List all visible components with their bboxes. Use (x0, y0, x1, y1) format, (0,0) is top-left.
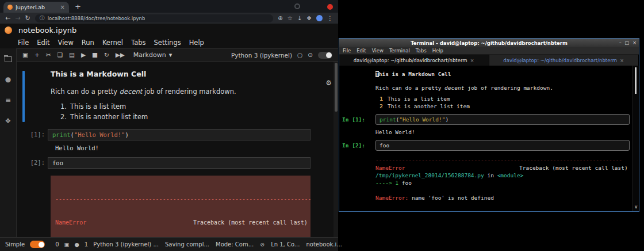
terminal-tabbar: david@laptop: ~/github/davidbrochart/nbt… (339, 55, 639, 66)
list-item: 1.This is a list item (51, 101, 310, 112)
status-line-col[interactable]: Ln 1, Co... (271, 241, 300, 248)
nbterm-list-item: 1This is a list item (375, 95, 630, 102)
run-cell-icon[interactable]: ▶ (81, 52, 86, 58)
term-menu-help[interactable]: Help (432, 48, 443, 54)
running-sessions-icon[interactable]: ● (5, 76, 11, 83)
nbterm-list-item: 2This is another list item (375, 102, 630, 110)
tab-close-icon[interactable]: × (60, 5, 65, 10)
save-icon[interactable]: ▣ (22, 52, 28, 58)
terminal-menubar: File Edit View Terminal Tabs Help (339, 47, 639, 55)
extension-manager-icon[interactable]: ❖ (5, 117, 12, 124)
notebook-panel: ▣ + ✂ ❏ ▤ ▶ ■ ↻ ▶▶ Markdown ▾ (16, 48, 338, 237)
terminal-tab-inactive[interactable]: david@laptop: ~/github/davidbrochart/nbt… (489, 55, 639, 66)
nbterm-code-cell-1: In [1]: print("Hello World!") (342, 114, 630, 125)
menu-settings[interactable]: Settings (150, 39, 185, 47)
menu-view[interactable]: View (54, 39, 78, 47)
status-bar: Simple 0 ▣ ● 1 Python 3 (ipykernel) ... … (0, 237, 338, 251)
error-name: NameError (375, 164, 519, 172)
scroll-down-icon[interactable]: v (635, 203, 638, 211)
markdown-paragraph: Rich can do a pretty decent job of rende… (51, 88, 310, 96)
browser-menu-icon[interactable]: ⋮ (327, 16, 333, 21)
offline-icon: ⊘ (260, 241, 264, 248)
terminals-count[interactable]: 0 (55, 241, 59, 248)
term-menu-view[interactable]: View (372, 48, 384, 54)
browser-tab-jupyterlab[interactable]: JupyterLab × (3, 2, 69, 13)
status-right-group: Python 3 (ipykernel) ... Saving compl...… (93, 241, 342, 248)
terminal-scrollbar[interactable]: v (632, 66, 639, 211)
paragraph-text: job of rendering markdown. (142, 88, 236, 96)
terminal-icon: ▣ (64, 241, 70, 248)
traceback-rule: ----------------------------------------… (55, 195, 306, 203)
term-menu-terminal[interactable]: Terminal (389, 48, 410, 54)
code-text: foo (379, 142, 389, 149)
cell-type-dropdown[interactable]: Markdown ▾ (133, 51, 172, 59)
traceback-label: Traceback (most recent call last) (519, 165, 628, 171)
status-kernel-name[interactable]: Python 3 (ipykernel) ... (93, 241, 159, 248)
forward-icon[interactable]: → (15, 15, 20, 21)
terminal-window: Terminal - david@laptop: ~/github/davidb… (339, 38, 639, 212)
menu-help[interactable]: Help (185, 39, 208, 47)
menu-kernel[interactable]: Kernel (98, 39, 127, 47)
gear-icon[interactable]: ⚙ (325, 79, 332, 87)
tab-close-icon[interactable]: × (620, 58, 624, 63)
module-name: <module> (497, 172, 524, 178)
file-browser-icon[interactable] (5, 56, 12, 62)
download-icon[interactable]: ↓ (297, 16, 302, 21)
bookmark-star-icon[interactable]: ☆ (288, 16, 293, 21)
code-string: "Hello World!" (399, 116, 445, 123)
stop-kernel-icon[interactable]: ■ (92, 52, 98, 58)
desktop: JupyterLab × + ← → ↻ ⓘ localhost:8888/do… (0, 0, 644, 251)
code-paren: ) (125, 131, 128, 138)
term-menu-file[interactable]: File (343, 48, 351, 54)
profile-avatar[interactable] (316, 15, 323, 21)
url-field[interactable]: ⓘ localhost:8888/doc/tree/notebook.ipynb (35, 14, 274, 22)
kernel-name-button[interactable]: Python 3 (ipykernel) (231, 52, 292, 59)
extensions-icon[interactable]: ❖ (306, 16, 312, 21)
kernels-count[interactable]: 1 (85, 241, 88, 248)
close-icon[interactable]: × (632, 40, 637, 45)
nbterm-cell-input-2[interactable]: foo (375, 140, 630, 151)
traceback-line: ----> 1 foo (375, 179, 630, 187)
term-menu-tabs[interactable]: Tabs (416, 48, 427, 54)
nbterm-cell-input-1[interactable]: print("Hello World!") (375, 114, 630, 125)
browser-tab-title: JupyterLab (16, 4, 57, 10)
code-cell-2: [2]: foo (22, 157, 338, 169)
list-text: This is another list item (388, 103, 470, 109)
menu-file[interactable]: File (14, 39, 33, 47)
copy-cell-icon[interactable]: ❏ (57, 52, 63, 58)
selected-cell-indicator (22, 71, 25, 122)
paste-cell-icon[interactable]: ▤ (69, 52, 75, 58)
code-input-1[interactable]: print("Hello World!") (48, 129, 310, 140)
scrollbar-thumb[interactable] (335, 63, 338, 112)
site-info-icon[interactable]: ⓘ (40, 14, 45, 22)
toolbar-toggle[interactable] (318, 52, 332, 59)
simple-mode-toggle[interactable] (30, 241, 45, 248)
record-indicator-icon[interactable] (327, 4, 333, 10)
zoom-icon[interactable]: ⊕ (278, 16, 282, 21)
terminal-tab-active[interactable]: david@laptop: ~/github/davidbrochart/nbt… (339, 55, 489, 66)
menu-run[interactable]: Run (78, 39, 98, 47)
markdown-cell[interactable]: This is a Markdown Cell Rich can do a pr… (22, 70, 338, 122)
table-of-contents-icon[interactable]: ≡ (5, 97, 11, 104)
cut-cell-icon[interactable]: ✂ (46, 52, 51, 58)
term-menu-edit[interactable]: Edit (356, 48, 366, 54)
tab-close-icon[interactable]: × (470, 58, 474, 63)
add-cell-icon[interactable]: + (34, 52, 40, 58)
menu-edit[interactable]: Edit (33, 39, 53, 47)
terminal-titlebar[interactable]: Terminal - david@laptop: ~/github/davidb… (339, 39, 639, 47)
blank-line (375, 187, 630, 194)
code-input-2[interactable]: foo (48, 157, 310, 169)
error-name: NameError (55, 219, 193, 227)
menu-tabs[interactable]: Tabs (127, 39, 150, 47)
reload-icon[interactable]: ↻ (25, 15, 30, 21)
notebook-scrollbar[interactable] (334, 62, 338, 237)
scrollbar-thumb[interactable] (635, 67, 637, 94)
maximize-icon[interactable]: □ (625, 40, 630, 45)
media-control-icon[interactable] (294, 3, 300, 9)
restart-run-all-icon[interactable]: ▶▶ (116, 52, 125, 58)
new-tab-button[interactable]: + (75, 2, 81, 11)
back-icon[interactable]: ← (5, 15, 10, 21)
minimize-icon[interactable]: – (619, 40, 622, 45)
restart-kernel-icon[interactable]: ↻ (104, 52, 109, 58)
terminal-screen[interactable]: This is a Markdown Cell Rich can do a pr… (339, 66, 639, 211)
